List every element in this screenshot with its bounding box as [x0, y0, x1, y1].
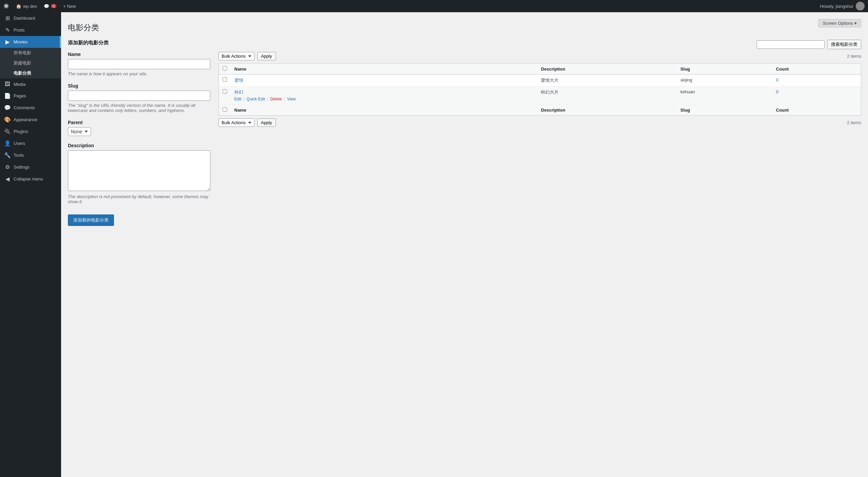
add-form-column: 添加新的电影分类 Name The name is how it appears… — [68, 40, 210, 226]
table-row: 科幻 Edit | Quick Edit | Delete | View — [219, 87, 861, 104]
main-content: Screen Options ▾ 电影分类 添加新的电影分类 Name The … — [61, 12, 868, 477]
comments-link[interactable]: 💬 0 — [40, 4, 60, 9]
row-actions: Edit | Quick Edit | Delete | View — [234, 97, 534, 101]
items-count-bottom: 2 items — [847, 120, 861, 125]
pages-icon: 📄 — [4, 93, 11, 99]
form-section-title: 添加新的电影分类 — [68, 40, 210, 46]
separator: | — [243, 97, 244, 101]
taxonomy-layout: 添加新的电影分类 Name The name is how it appears… — [68, 40, 861, 226]
delete-link[interactable]: Delete — [270, 97, 282, 101]
media-icon: 🖼 — [4, 81, 11, 87]
sidebar-item-appearance[interactable]: 🎨 Appearance — [0, 114, 61, 126]
plugins-icon: 🔌 — [4, 128, 11, 135]
page-title: 电影分类 — [68, 22, 861, 33]
parent-section: Parent None — [68, 120, 210, 136]
screen-options-button[interactable]: Screen Options ▾ — [818, 19, 861, 27]
description-textarea[interactable] — [68, 150, 210, 191]
site-name[interactable]: 🏠 wp dev — [13, 4, 40, 9]
admin-sidebar: ⊞ Dashboard ✎ Posts ▶ Movies 所有电影 新建电影 电… — [0, 12, 61, 477]
col-slug-footer: Slug — [677, 104, 772, 116]
name-hint: The name is how it appears on your site. — [68, 71, 210, 76]
table-column: 搜索电影分类 Bulk Actions Apply 2 items Name — [219, 40, 861, 130]
sidebar-item-collapse[interactable]: ◀ Collapse menu — [0, 173, 61, 185]
bulk-bar-bottom: Bulk Actions Apply 2 items — [219, 118, 861, 127]
bulk-select-top[interactable]: Bulk Actions — [219, 52, 254, 60]
new-content[interactable]: + New — [60, 4, 79, 9]
dashboard-icon: ⊞ — [4, 15, 11, 21]
users-icon: 👤 — [4, 140, 11, 147]
row-slug-cell: kehuan — [677, 87, 772, 104]
row-description-cell: 爱情大片 — [537, 75, 677, 87]
sidebar-item-dashboard[interactable]: ⊞ Dashboard — [0, 12, 61, 24]
name-input[interactable] — [68, 59, 210, 69]
select-all-checkbox-top[interactable] — [223, 66, 227, 71]
view-link[interactable]: View — [287, 97, 296, 101]
search-input[interactable] — [757, 40, 825, 49]
home-icon: 🏠 — [16, 4, 21, 9]
sidebar-item-new-movie[interactable]: 新建电影 — [0, 58, 61, 68]
movies-submenu: 所有电影 新建电影 电影分类 — [0, 48, 61, 78]
category-name-link[interactable]: 爱情 — [234, 78, 243, 83]
apply-button-bottom[interactable]: Apply — [257, 118, 276, 127]
col-description-header: Description — [537, 63, 677, 75]
slug-hint: The "slug" is the URL-friendly version o… — [68, 103, 210, 113]
quick-edit-link[interactable]: Quick Edit — [246, 97, 265, 101]
description-section: Description The description is not promi… — [68, 143, 210, 204]
col-name-header: Name — [231, 63, 538, 75]
row-count-cell: 0 — [773, 87, 861, 104]
row-description-cell: 科幻大片 — [537, 87, 677, 104]
parent-label: Parent — [68, 120, 210, 125]
sidebar-item-all-movies[interactable]: 所有电影 — [0, 48, 61, 58]
separator: | — [284, 97, 285, 101]
comment-icon: 💬 — [44, 4, 49, 9]
description-hint: The description is not prominent by defa… — [68, 194, 210, 204]
add-category-button[interactable]: 添加新的电影分类 — [68, 214, 114, 226]
search-button[interactable]: 搜索电影分类 — [827, 40, 861, 49]
sidebar-item-movie-category[interactable]: 电影分类 — [0, 68, 61, 78]
sidebar-item-movies[interactable]: ▶ Movies — [0, 36, 61, 48]
parent-select[interactable]: None — [68, 127, 91, 136]
count-link[interactable]: 0 — [776, 89, 778, 94]
categories-table: Name Description Slug Count 爱情 — [219, 63, 861, 116]
table-row: 爱情 爱情大片 aiqing 0 — [219, 75, 861, 87]
separator: | — [267, 97, 268, 101]
sidebar-item-users[interactable]: 👤 Users — [0, 137, 61, 149]
apply-button-top[interactable]: Apply — [257, 52, 276, 60]
slug-input[interactable] — [68, 91, 210, 101]
row-checkbox-cell — [219, 87, 231, 104]
col-name-footer: Name — [231, 104, 538, 116]
appearance-icon: 🎨 — [4, 116, 11, 123]
category-name-link[interactable]: 科幻 — [234, 90, 243, 95]
bulk-select-bottom[interactable]: Bulk Actions — [219, 118, 254, 127]
posts-icon: ✎ — [4, 27, 11, 33]
row-checkbox-cell — [219, 75, 231, 87]
movies-icon: ▶ — [4, 39, 11, 45]
name-section: Name The name is how it appears on your … — [68, 52, 210, 76]
col-checkbox-footer — [219, 104, 231, 116]
bulk-bar-top: Bulk Actions Apply 2 items — [219, 52, 861, 60]
select-all-checkbox-bottom[interactable] — [223, 107, 227, 112]
sidebar-item-tools[interactable]: 🔧 Tools — [0, 149, 61, 161]
count-link[interactable]: 0 — [776, 77, 778, 82]
row-count-cell: 0 — [773, 75, 861, 87]
sidebar-item-comments[interactable]: 💬 Comments — [0, 102, 61, 114]
description-label: Description — [68, 143, 210, 148]
col-count-header: Count — [773, 63, 861, 75]
adminbar-right: Howdy, jiangshui — [820, 2, 865, 11]
wp-logo[interactable]: ✺ — [3, 2, 9, 10]
row-checkbox[interactable] — [223, 77, 227, 82]
sidebar-item-media[interactable]: 🖼 Media — [0, 78, 61, 90]
edit-link[interactable]: Edit — [234, 97, 242, 101]
row-name-cell: 科幻 Edit | Quick Edit | Delete | View — [231, 87, 538, 104]
avatar — [856, 2, 865, 11]
col-slug-header: Slug — [677, 63, 772, 75]
table-top-bar: 搜索电影分类 — [219, 40, 861, 49]
comments-icon: 💬 — [4, 104, 11, 111]
sidebar-item-plugins[interactable]: 🔌 Plugins — [0, 126, 61, 137]
row-slug-cell: aiqing — [677, 75, 772, 87]
tools-icon: 🔧 — [4, 152, 11, 158]
sidebar-item-pages[interactable]: 📄 Pages — [0, 90, 61, 102]
row-checkbox[interactable] — [223, 89, 227, 94]
sidebar-item-settings[interactable]: ⚙ Settings — [0, 161, 61, 173]
sidebar-item-posts[interactable]: ✎ Posts — [0, 24, 61, 36]
